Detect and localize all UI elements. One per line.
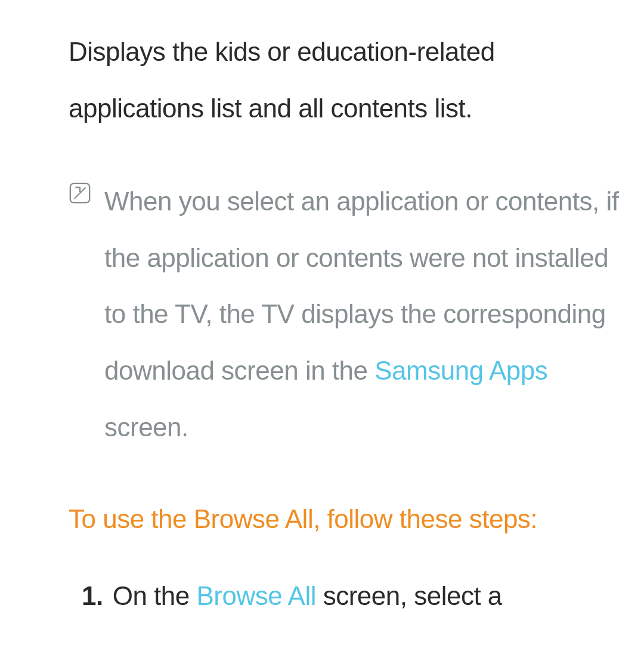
- browse-all-label: Browse All: [197, 581, 316, 610]
- note-text-part2: screen.: [104, 412, 188, 442]
- note-block: When you select an application or conten…: [69, 173, 620, 455]
- step-number: 1.: [82, 578, 103, 614]
- instruction-heading: To use the Browse All, follow these step…: [69, 491, 620, 548]
- step-text-part1: On the: [113, 581, 197, 610]
- note-text: When you select an application or conten…: [104, 173, 620, 455]
- section-description: Displays the kids or education-related a…: [69, 24, 620, 136]
- step-text-part2: screen, select a: [316, 581, 502, 610]
- step-1: 1. On the Browse All screen, select a: [69, 578, 620, 614]
- note-icon: [69, 182, 91, 204]
- step-text: On the Browse All screen, select a: [113, 578, 502, 614]
- samsung-apps-label: Samsung Apps: [374, 356, 547, 385]
